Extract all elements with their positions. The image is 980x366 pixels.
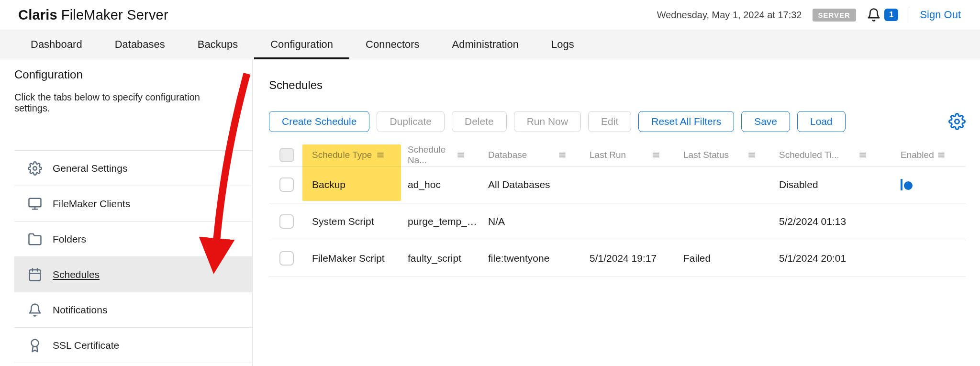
cell-schedule-type: FileMaker Script <box>306 253 402 264</box>
column-header-scheduled-time: Scheduled Ti... <box>773 150 884 160</box>
sidebar-item-label: Schedules <box>53 269 100 280</box>
cell-schedule-name: ad_hoc <box>402 179 482 190</box>
notifications-button[interactable]: 1 <box>867 8 898 22</box>
column-menu-icon[interactable] <box>651 151 661 159</box>
tab-administration[interactable]: Administration <box>436 30 535 59</box>
sidebar-item-label: FileMaker Clients <box>53 198 130 210</box>
column-header-last-status: Last Status <box>678 150 773 160</box>
sidebar-subtitle: Click the tabs below to specify configur… <box>14 92 225 114</box>
column-menu-icon[interactable] <box>936 151 947 159</box>
main-nav-tabs: Dashboard Databases Backups Configuratio… <box>0 30 980 59</box>
column-label: Schedule Type <box>312 150 372 160</box>
tab-dashboard[interactable]: Dashboard <box>14 30 99 59</box>
cell-scheduled-time: 5/2/2024 01:13 <box>773 216 884 227</box>
schedules-table: Schedule Type Schedule Na... Database La… <box>269 144 966 277</box>
table-settings-button[interactable] <box>948 113 966 130</box>
column-label: Enabled <box>901 150 934 160</box>
table-row[interactable]: System Script purge_temp_db N/A 5/2/2024… <box>269 203 966 240</box>
brand-claris: Claris <box>18 7 57 22</box>
load-button[interactable]: Load <box>797 111 846 132</box>
column-menu-icon[interactable] <box>858 151 868 159</box>
column-header-last-run: Last Run <box>584 150 678 160</box>
notification-count-badge: 1 <box>884 9 898 21</box>
calendar-icon <box>28 267 42 282</box>
brand-product: FileMaker Server <box>61 7 168 22</box>
sidebar-title: Configuration <box>14 68 252 81</box>
gear-icon <box>28 161 42 176</box>
server-badge: SERVER <box>813 9 856 22</box>
column-header-schedule-name: Schedule Na... <box>402 144 482 166</box>
column-header-database: Database <box>482 150 584 160</box>
header-divider <box>909 7 909 23</box>
table-row[interactable]: Backup ad_hoc All Databases Disabled <box>269 166 966 203</box>
column-menu-icon[interactable] <box>557 151 568 159</box>
clients-icon <box>28 197 42 211</box>
sidebar-item-folders[interactable]: Folders <box>14 222 252 257</box>
sidebar-item-label: SSL Certificate <box>53 340 119 351</box>
reset-all-filters-button[interactable]: Reset All Filters <box>638 111 734 132</box>
tab-databases[interactable]: Databases <box>99 30 181 59</box>
column-header-enabled: Enabled <box>884 150 966 160</box>
column-label: Database <box>488 150 527 160</box>
configuration-sidebar: Configuration Click the tabs below to sp… <box>0 59 253 366</box>
tab-logs[interactable]: Logs <box>535 30 590 59</box>
content-area: Configuration Click the tabs below to sp… <box>0 59 980 366</box>
schedules-panel: Schedules Create Schedule Duplicate Dele… <box>253 59 980 366</box>
table-row[interactable]: FileMaker Script faulty_script file:twen… <box>269 240 966 277</box>
column-menu-icon[interactable] <box>375 151 386 159</box>
cell-schedule-name: purge_temp_db <box>402 216 482 227</box>
row-checkbox[interactable] <box>279 214 294 229</box>
gear-icon <box>948 113 966 130</box>
column-menu-icon[interactable] <box>746 151 757 159</box>
server-datetime: Wednesday, May 1, 2024 at 17:32 <box>657 10 802 21</box>
sidebar-item-label: Notifications <box>53 304 107 316</box>
admin-console-page: ClarisFileMaker Server Wednesday, May 1,… <box>0 0 980 366</box>
toggle-knob <box>904 181 913 190</box>
edit-button[interactable]: Edit <box>588 111 631 132</box>
sidebar-item-ssl-certificate[interactable]: SSL Certificate <box>14 328 252 363</box>
tab-connectors[interactable]: Connectors <box>349 30 436 59</box>
cell-last-run: 5/1/2024 19:17 <box>584 253 678 264</box>
schedules-toolbar: Create Schedule Duplicate Delete Run Now… <box>269 111 966 132</box>
bell-icon <box>867 8 881 22</box>
save-button[interactable]: Save <box>741 111 790 132</box>
select-all-checkbox[interactable] <box>279 148 294 162</box>
bell-icon <box>28 303 42 317</box>
column-header-schedule-type: Schedule Type <box>306 150 402 160</box>
cell-scheduled-time: 5/1/2024 20:01 <box>773 253 884 264</box>
create-schedule-button[interactable]: Create Schedule <box>269 111 369 132</box>
header-right-cluster: Wednesday, May 1, 2024 at 17:32 SERVER 1… <box>657 7 961 23</box>
duplicate-button[interactable]: Duplicate <box>377 111 445 132</box>
sidebar-item-notifications[interactable]: Notifications <box>14 292 252 328</box>
row-checkbox[interactable] <box>279 251 294 266</box>
sidebar-item-label: Folders <box>53 233 86 245</box>
cell-schedule-type: Backup <box>306 179 402 190</box>
tab-configuration[interactable]: Configuration <box>254 30 349 59</box>
certificate-icon <box>28 338 42 353</box>
sign-out-link[interactable]: Sign Out <box>920 9 961 21</box>
cell-schedule-type: System Script <box>306 216 402 227</box>
sidebar-item-general-settings[interactable]: General Settings <box>14 151 252 186</box>
delete-button[interactable]: Delete <box>452 111 507 132</box>
app-header: ClarisFileMaker Server Wednesday, May 1,… <box>0 0 980 30</box>
sidebar-item-schedules[interactable]: Schedules <box>14 257 252 292</box>
column-label: Last Status <box>683 150 729 160</box>
cell-schedule-name: faulty_script <box>402 253 482 264</box>
cell-scheduled-time: Disabled <box>773 179 884 190</box>
folder-icon <box>28 232 42 246</box>
column-label: Last Run <box>590 150 626 160</box>
sidebar-item-list: General Settings FileMaker Clients Folde… <box>14 150 252 363</box>
cell-database: N/A <box>482 216 584 227</box>
sidebar-item-filemaker-clients[interactable]: FileMaker Clients <box>14 186 252 222</box>
enabled-toggle[interactable] <box>901 179 902 190</box>
column-label: Scheduled Ti... <box>779 150 839 160</box>
sidebar-item-label: General Settings <box>53 163 127 174</box>
run-now-button[interactable]: Run Now <box>514 111 581 132</box>
table-header-row: Schedule Type Schedule Na... Database La… <box>269 144 966 166</box>
column-menu-icon[interactable] <box>456 151 466 159</box>
tab-backups[interactable]: Backups <box>181 30 254 59</box>
page-title: Schedules <box>269 78 966 92</box>
row-checkbox[interactable] <box>279 177 294 192</box>
column-label: Schedule Na... <box>408 144 456 166</box>
claris-filemaker-logo: ClarisFileMaker Server <box>18 7 168 23</box>
